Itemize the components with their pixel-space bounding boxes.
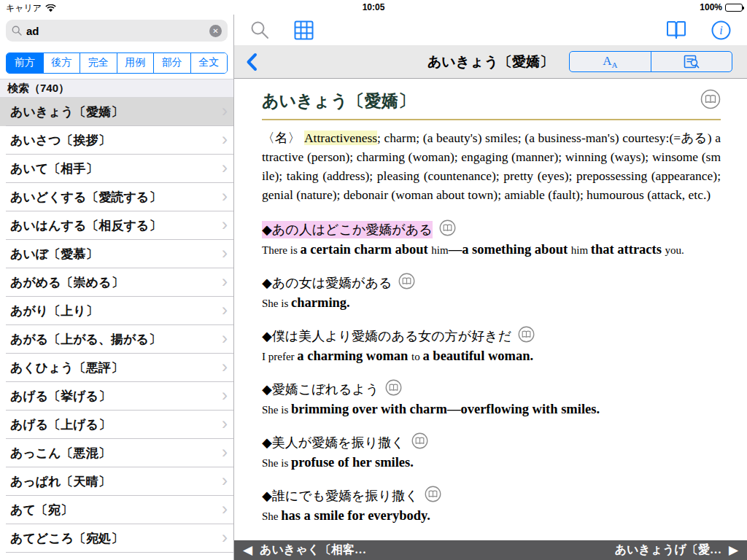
- list-item-label: あいさつ〔挨拶〕: [10, 132, 222, 149]
- grid-icon[interactable]: [294, 20, 314, 40]
- list-item[interactable]: あっぱれ〔天晴〕›: [0, 467, 233, 496]
- part-of-speech: 〈名〉: [262, 131, 304, 145]
- segment-prefix[interactable]: 前方: [7, 53, 44, 73]
- chevron-right-icon: ›: [222, 131, 228, 148]
- list-item-label: あくひょう〔悪評〕: [10, 359, 222, 376]
- next-entry-label: あいきょうげ〔愛…: [615, 542, 721, 558]
- list-item[interactable]: あくひょう〔悪評〕›: [0, 354, 233, 382]
- font-size-button[interactable]: AA: [570, 52, 651, 71]
- clear-search-icon[interactable]: ✕: [209, 25, 222, 37]
- definition-text: 〈名〉 Attractiveness; charm; (a beauty's) …: [262, 128, 721, 204]
- list-item[interactable]: あがる〔上がる、揚がる〕›: [0, 325, 233, 354]
- list-item[interactable]: あがめる〔崇める〕›: [0, 268, 233, 297]
- example-book-icon[interactable]: [439, 219, 456, 240]
- segment-partial[interactable]: 部分: [154, 53, 191, 73]
- search-icon[interactable]: [250, 20, 269, 39]
- chevron-right-icon: ›: [222, 443, 228, 461]
- list-item[interactable]: あいさつ〔挨拶〕›: [0, 126, 233, 155]
- chevron-right-icon: ›: [222, 273, 228, 290]
- list-item[interactable]: あいぼ〔愛慕〕›: [0, 240, 233, 268]
- example-entry: ◆あの人はどこか愛嬌がある There is a certain charm a…: [262, 219, 721, 257]
- chevron-right-icon: ›: [222, 358, 228, 376]
- list-item-label: あいて〔相手〕: [10, 160, 222, 177]
- example-entry: ◆誰にでも愛嬌を振り撒く She has a smile for everybo…: [262, 486, 721, 524]
- open-in-book-icon[interactable]: [700, 89, 721, 112]
- next-triangle-icon: ▶: [729, 544, 738, 556]
- list-item-label: あいはんする〔相反する〕: [10, 217, 222, 234]
- list-item-label: あてどころ〔宛処〕: [10, 530, 222, 547]
- segment-exact[interactable]: 完全: [80, 53, 117, 73]
- search-mode-segmented-control: 前方 後方 完全 用例 部分 全文: [6, 52, 228, 74]
- list-item-label: あがめる〔崇める〕: [10, 274, 222, 291]
- example-entry: ◆愛嬌こぼれるよう She is brimming over with char…: [262, 379, 721, 417]
- list-item[interactable]: あがり〔上り〕›: [0, 297, 233, 325]
- chevron-right-icon: ›: [222, 500, 228, 518]
- segment-usage[interactable]: 用例: [117, 53, 155, 73]
- entry-headword: あいきょう〔愛嬌〕: [262, 90, 700, 112]
- results-list: あいきょう〔愛嬌〕› あいさつ〔挨拶〕› あいて〔相手〕› あいどくする〔愛読す…: [0, 98, 233, 560]
- battery-percent: 100%: [700, 2, 722, 12]
- view-options-segmented-control: AA: [569, 51, 732, 72]
- next-entry-button[interactable]: あいきょうげ〔愛… ▶: [615, 542, 738, 558]
- chevron-right-icon: ›: [222, 301, 228, 319]
- example-japanese: ◆誰にでも愛嬌を振り撒く: [262, 487, 418, 505]
- search-input[interactable]: [26, 25, 205, 37]
- list-item-label: あっこん〔悪混〕: [10, 445, 222, 462]
- search-bar: ✕: [0, 15, 233, 47]
- list-item[interactable]: あっこん〔悪混〕›: [0, 439, 233, 467]
- entry-content: あいきょう〔愛嬌〕 〈名〉 Attractiveness; charm; (a …: [234, 79, 747, 540]
- battery-icon: [725, 4, 743, 12]
- info-icon[interactable]: i: [711, 20, 731, 40]
- entry-pager-bar: ◀ あいきゃく〔相客… あいきょうげ〔愛… ▶: [234, 540, 747, 560]
- chevron-right-icon: ›: [222, 472, 228, 489]
- list-item[interactable]: あてどころ〔宛処〕›: [0, 524, 233, 553]
- example-english: I prefer a charming woman to a beautiful…: [262, 349, 721, 364]
- list-item[interactable]: あいはんする〔相反する〕›: [0, 211, 233, 240]
- segment-suffix[interactable]: 後方: [44, 53, 81, 73]
- book-icon[interactable]: [666, 20, 686, 39]
- example-japanese: ◆美人が愛嬌を振り撒く: [262, 434, 405, 451]
- example-entry: ◆美人が愛嬌を振り撒く She is profuse of her smiles…: [262, 432, 721, 470]
- example-book-icon[interactable]: [385, 379, 402, 400]
- example-book-icon[interactable]: [398, 273, 415, 293]
- font-size-icon: AA: [603, 54, 617, 69]
- example-book-icon[interactable]: [518, 326, 535, 346]
- list-item[interactable]: あげる〔上げる〕›: [0, 411, 233, 439]
- chevron-left-icon: [246, 52, 258, 71]
- detail-title: あいきょう〔愛嬌〕: [427, 52, 554, 71]
- list-item[interactable]: あて〔宛〕›: [0, 496, 233, 524]
- list-item-label: あっぱれ〔天晴〕: [10, 473, 222, 490]
- list-item-label: あがる〔上がる、揚がる〕: [10, 331, 222, 348]
- results-header: 検索（740）: [0, 79, 233, 98]
- example-japanese: ◆愛嬌こぼれるよう: [262, 381, 379, 398]
- prev-entry-label: あいきゃく〔相客…: [260, 542, 366, 558]
- chevron-right-icon: ›: [222, 159, 228, 176]
- list-item[interactable]: あげる〔挙げる〕›: [0, 382, 233, 411]
- example-book-icon[interactable]: [411, 432, 428, 453]
- list-item[interactable]: あいきょう〔愛嬌〕›: [0, 98, 233, 126]
- find-in-page-button[interactable]: [651, 52, 732, 71]
- segment-fulltext[interactable]: 全文: [191, 53, 228, 73]
- back-button[interactable]: [241, 52, 262, 72]
- list-item[interactable]: あいて〔相手〕›: [0, 155, 233, 183]
- search-field[interactable]: ✕: [6, 20, 228, 42]
- example-book-icon[interactable]: [425, 486, 441, 506]
- list-item-label: あげる〔挙げる〕: [10, 388, 222, 405]
- headword-divider: [262, 119, 721, 120]
- prev-entry-button[interactable]: ◀ あいきゃく〔相客…: [243, 542, 366, 558]
- chevron-right-icon: ›: [222, 244, 228, 262]
- example-english: There is a certain charm about him—a som…: [262, 242, 721, 257]
- prev-triangle-icon: ◀: [243, 544, 252, 556]
- find-in-page-icon: [684, 55, 700, 69]
- search-field-icon: [12, 26, 22, 36]
- matched-term-highlight: Attractiveness: [304, 131, 377, 145]
- list-item[interactable]: あいどくする〔愛読する〕›: [0, 183, 233, 211]
- example-entry: ◆僕は美人より愛嬌のある女の方が好きだ I prefer a charming …: [262, 326, 721, 364]
- example-english: She has a smile for everybody.: [262, 508, 721, 524]
- example-english: She is brimming over with charm—overflow…: [262, 402, 721, 417]
- chevron-right-icon: ›: [222, 216, 228, 233]
- example-english: She is charming.: [262, 295, 721, 311]
- list-item-label: あげる〔上げる〕: [10, 416, 222, 433]
- detail-navbar: あいきょう〔愛嬌〕 AA: [234, 45, 747, 79]
- search-mode-row: 前方 後方 完全 用例 部分 全文: [0, 47, 233, 79]
